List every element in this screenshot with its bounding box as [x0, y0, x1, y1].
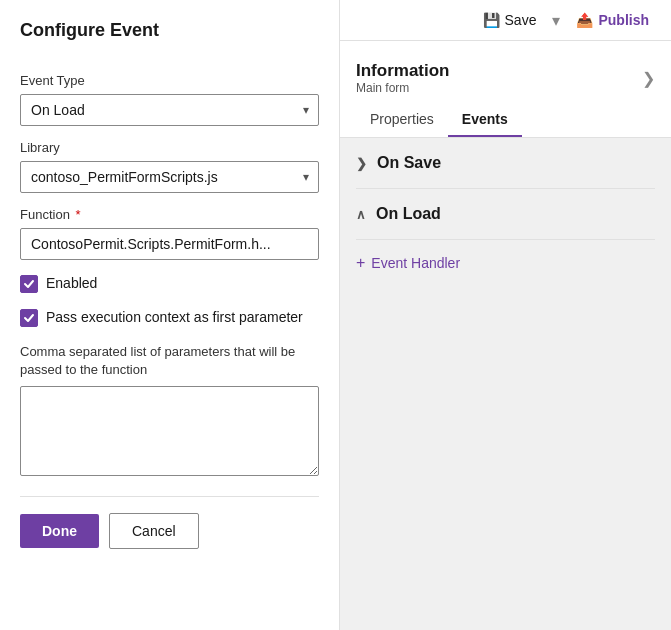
tab-events[interactable]: Events: [448, 103, 522, 137]
accordion-on-save-label: On Save: [377, 154, 441, 172]
done-button[interactable]: Done: [20, 514, 99, 548]
event-type-label: Event Type: [20, 73, 319, 88]
breadcrumb-title: Information: [356, 61, 450, 81]
toolbar: 💾 Save ▾ 📤 Publish: [340, 0, 671, 41]
tabs-row: Properties Events: [356, 103, 655, 137]
publish-label: Publish: [598, 12, 649, 28]
breadcrumb-chevron-icon[interactable]: ❯: [642, 69, 655, 88]
breadcrumb-text: Information Main form: [356, 61, 450, 95]
button-row: Done Cancel: [20, 513, 319, 549]
accordion-on-load-header[interactable]: ∧ On Load: [356, 189, 655, 240]
panel-title: Configure Event: [20, 20, 319, 41]
save-label: Save: [505, 12, 537, 28]
tab-properties[interactable]: Properties: [356, 103, 448, 137]
library-dropdown-wrapper[interactable]: contoso_PermitFormScripts.js ▾: [20, 161, 319, 193]
function-input[interactable]: [20, 228, 319, 260]
accordion-on-load: ∧ On Load: [340, 189, 671, 240]
library-label: Library: [20, 140, 319, 155]
enabled-checkbox[interactable]: [20, 275, 38, 293]
right-header: Information Main form ❯ Properties Event…: [340, 41, 671, 138]
cancel-button[interactable]: Cancel: [109, 513, 199, 549]
breadcrumb-subtitle: Main form: [356, 81, 450, 95]
divider: [20, 496, 319, 497]
publish-icon: 📤: [576, 12, 593, 28]
pass-context-checkbox[interactable]: [20, 309, 38, 327]
accordion-on-load-label: On Load: [376, 205, 441, 223]
accordion-on-save-icon: ❯: [356, 156, 367, 171]
accordion-on-load-icon: ∧: [356, 207, 366, 222]
breadcrumb-area: Information Main form ❯: [356, 51, 655, 95]
function-label: Function *: [20, 207, 319, 222]
enabled-checkbox-row: Enabled: [20, 274, 319, 294]
library-select[interactable]: contoso_PermitFormScripts.js: [20, 161, 319, 193]
event-handler-label: Event Handler: [371, 255, 460, 271]
enabled-label: Enabled: [46, 274, 97, 294]
publish-button[interactable]: 📤 Publish: [570, 8, 655, 32]
accordion-on-save: ❯ On Save: [340, 138, 671, 189]
params-textarea[interactable]: [20, 386, 319, 476]
required-star: *: [72, 207, 81, 222]
plus-icon: +: [356, 254, 365, 272]
right-panel: 💾 Save ▾ 📤 Publish Information Main form…: [340, 0, 671, 630]
accordion-on-save-header[interactable]: ❯ On Save: [356, 138, 655, 189]
params-label: Comma separated list of parameters that …: [20, 343, 319, 379]
right-content: ❯ On Save ∧ On Load + Event Handler: [340, 138, 671, 630]
event-handler-row[interactable]: + Event Handler: [340, 240, 671, 286]
event-type-dropdown-wrapper[interactable]: On Load On Save On Change ▾: [20, 94, 319, 126]
pass-context-label: Pass execution context as first paramete…: [46, 308, 303, 328]
toolbar-separator: ▾: [552, 11, 560, 30]
save-icon: 💾: [483, 12, 500, 28]
save-button[interactable]: 💾 Save: [477, 8, 543, 32]
configure-event-panel: Configure Event Event Type On Load On Sa…: [0, 0, 340, 630]
pass-context-checkbox-row: Pass execution context as first paramete…: [20, 308, 319, 328]
event-type-select[interactable]: On Load On Save On Change: [20, 94, 319, 126]
